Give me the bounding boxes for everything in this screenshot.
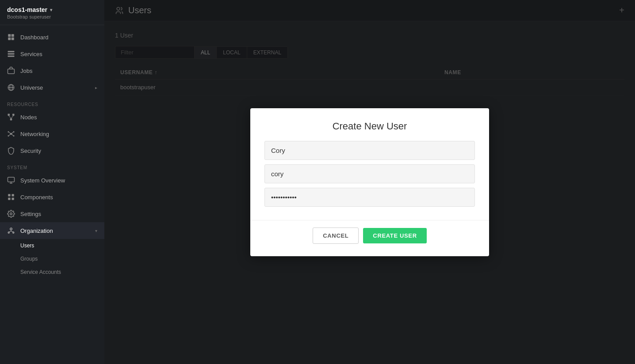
svg-rect-31: [12, 198, 14, 200]
svg-point-17: [8, 131, 9, 133]
svg-line-37: [9, 231, 11, 232]
networking-icon: [7, 130, 15, 138]
sidebar-item-networking[interactable]: Networking: [0, 125, 104, 142]
sidebar-sub-label: Users: [20, 243, 34, 249]
sidebar-item-jobs[interactable]: Jobs: [0, 62, 104, 79]
svg-line-23: [9, 134, 11, 136]
services-icon: [7, 50, 15, 58]
system-section-label: SYSTEM: [0, 159, 104, 172]
sidebar-item-components[interactable]: Components: [0, 189, 104, 205]
resources-section-label: RESOURCES: [0, 96, 104, 109]
sidebar-item-label: System Overview: [20, 177, 65, 184]
sidebar-item-settings[interactable]: Settings: [0, 205, 104, 222]
svg-rect-29: [12, 194, 14, 196]
password-field[interactable]: [264, 188, 475, 207]
svg-rect-28: [8, 194, 10, 196]
svg-line-38: [11, 231, 13, 232]
nodes-icon: [7, 113, 15, 121]
sidebar-item-nodes[interactable]: Nodes: [0, 109, 104, 125]
cluster-name-button[interactable]: dcos1-master ▾: [7, 6, 97, 13]
svg-rect-3: [11, 38, 14, 40]
sidebar-sub-item-users[interactable]: Users: [0, 239, 104, 252]
system-overview-icon: [7, 176, 15, 184]
create-user-modal: Create New User CANCEL CREATE USER: [250, 108, 489, 256]
svg-point-33: [10, 228, 12, 230]
svg-point-34: [8, 232, 9, 233]
cluster-chevron-icon: ▾: [50, 8, 52, 12]
svg-point-19: [8, 135, 9, 136]
sidebar-item-label: Nodes: [20, 114, 37, 121]
svg-rect-4: [8, 51, 15, 52]
svg-rect-6: [8, 56, 15, 57]
sidebar-item-label: Security: [20, 148, 41, 154]
sidebar-item-label: Jobs: [20, 68, 32, 74]
svg-line-22: [12, 132, 13, 133]
svg-point-35: [13, 232, 14, 233]
sidebar-item-universe[interactable]: Universe ▸: [0, 79, 104, 96]
modal-header: Create New User: [250, 108, 489, 141]
sidebar-item-label: Universe: [20, 84, 43, 91]
settings-icon: [7, 210, 15, 218]
organization-icon: [7, 227, 15, 235]
sidebar-item-label: Settings: [20, 211, 41, 217]
svg-rect-2: [8, 38, 11, 40]
components-icon: [7, 193, 15, 201]
modal-body: [250, 141, 489, 216]
svg-rect-30: [8, 198, 10, 200]
sidebar-item-organization[interactable]: Organization ▾: [0, 222, 104, 239]
svg-rect-0: [8, 34, 11, 37]
svg-point-32: [10, 213, 12, 215]
universe-arrow-icon: ▸: [95, 85, 97, 90]
full-name-field[interactable]: [264, 141, 475, 160]
svg-rect-11: [8, 114, 10, 116]
create-user-button[interactable]: CREATE USER: [363, 228, 426, 243]
sidebar-header: dcos1-master ▾ Bootstrap superuser: [0, 0, 104, 25]
cluster-name-label: dcos1-master: [7, 6, 47, 13]
modal-overlay: Create New User CANCEL CREATE USER: [104, 0, 635, 364]
sidebar-item-dashboard[interactable]: Dashboard: [0, 29, 104, 46]
sidebar-item-security[interactable]: Security: [0, 142, 104, 159]
sidebar-item-label: Dashboard: [20, 34, 49, 41]
svg-rect-5: [8, 53, 15, 55]
svg-line-24: [12, 134, 13, 136]
sidebar-item-label: Services: [20, 51, 42, 57]
modal-title: Create New User: [264, 121, 475, 132]
sidebar: dcos1-master ▾ Bootstrap superuser Dashb…: [0, 0, 104, 364]
svg-line-21: [9, 132, 11, 133]
sidebar-item-services[interactable]: Services: [0, 46, 104, 62]
sidebar-sub-item-groups[interactable]: Groups: [0, 252, 104, 265]
svg-rect-13: [10, 118, 12, 121]
sidebar-sub-label: Groups: [20, 256, 38, 262]
sidebar-sub-label: Service Accounts: [20, 269, 61, 275]
username-field[interactable]: [264, 164, 475, 183]
sidebar-item-label: Components: [20, 194, 53, 201]
sidebar-item-label: Organization: [20, 228, 53, 234]
cluster-subtitle: Bootstrap superuser: [7, 14, 97, 19]
svg-line-15: [11, 116, 13, 118]
svg-rect-12: [12, 114, 15, 116]
sidebar-nav: Dashboard Services Jobs Universe ▸ RESOU…: [0, 25, 104, 364]
cancel-button[interactable]: CANCEL: [313, 228, 359, 244]
jobs-icon: [7, 67, 15, 75]
sidebar-sub-item-service-accounts[interactable]: Service Accounts: [0, 265, 104, 279]
org-arrow-icon: ▾: [95, 228, 97, 233]
sidebar-item-system-overview[interactable]: System Overview: [0, 172, 104, 189]
modal-footer: CANCEL CREATE USER: [250, 220, 489, 256]
svg-line-14: [9, 116, 11, 118]
svg-rect-7: [8, 69, 15, 74]
svg-point-20: [13, 135, 15, 136]
universe-icon: [7, 83, 15, 91]
sidebar-item-label: Networking: [20, 131, 49, 137]
main-content: Users + 1 User ALL LOCAL EXTERNAL USERNA…: [104, 0, 635, 364]
svg-rect-25: [8, 177, 15, 182]
svg-point-18: [13, 131, 15, 133]
svg-rect-1: [11, 34, 14, 37]
dashboard-icon: [7, 33, 15, 41]
security-icon: [7, 147, 15, 155]
